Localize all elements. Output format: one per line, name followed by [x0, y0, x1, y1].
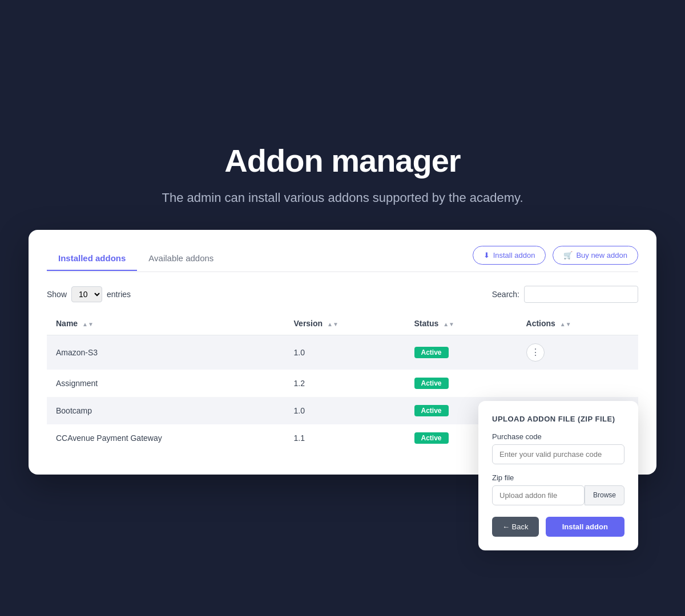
purchase-code-group: Purchase code — [492, 432, 624, 464]
table-row: Assignment1.2Active — [47, 370, 638, 397]
table-row: Amazon-S31.0Active⋮ — [47, 335, 638, 370]
purchase-code-input[interactable] — [492, 444, 624, 464]
cell-status: Active — [405, 335, 517, 370]
download-icon: ⬇ — [483, 251, 490, 260]
back-button[interactable]: ← Back — [492, 517, 539, 537]
status-badge: Active — [414, 432, 449, 444]
cell-version: 1.2 — [285, 370, 405, 397]
tab-installed-addons[interactable]: Installed addons — [47, 246, 137, 271]
sort-icon-version: ▲▼ — [327, 321, 339, 327]
col-actions: Actions ▲▼ — [517, 312, 638, 335]
status-badge: Active — [414, 378, 449, 389]
modal-actions: ← Back Install addon — [492, 517, 624, 537]
cell-version: 1.0 — [285, 397, 405, 424]
cart-icon: 🛒 — [563, 251, 573, 260]
search-row: Search: — [492, 286, 638, 303]
browse-button[interactable]: Browse — [585, 485, 624, 505]
col-version: Version ▲▼ — [285, 312, 405, 335]
cell-actions — [517, 370, 638, 397]
col-status: Status ▲▼ — [405, 312, 517, 335]
file-input-row: Browse — [492, 485, 624, 505]
tab-actions: ⬇ Install addon 🛒 Buy new addon — [473, 246, 638, 271]
table-controls: Show 10 25 50 entries Search: — [47, 286, 638, 303]
modal-title: UPLOAD ADDON FILE (ZIP FILE) — [492, 415, 624, 423]
sort-icon-name: ▲▼ — [82, 321, 94, 327]
modal-install-button[interactable]: Install addon — [546, 517, 624, 537]
tab-available-addons[interactable]: Available addons — [137, 246, 225, 271]
main-card: Installed addons Available addons ⬇ Inst… — [29, 230, 656, 475]
search-input[interactable] — [524, 286, 638, 303]
col-name: Name ▲▼ — [47, 312, 285, 335]
page-title: Addon manager — [162, 142, 523, 179]
sort-icon-status: ▲▼ — [443, 321, 454, 327]
cell-name: CCAvenue Payment Gateway — [47, 424, 285, 452]
show-entries: Show 10 25 50 entries — [47, 286, 131, 302]
status-badge: Active — [414, 405, 449, 416]
action-menu-button[interactable]: ⋮ — [526, 343, 545, 362]
zip-file-input[interactable] — [492, 485, 585, 505]
table-header-row: Name ▲▼ Version ▲▼ Status ▲▼ Actions ▲▼ — [47, 312, 638, 335]
cell-status: Active — [405, 370, 517, 397]
page-subtitle: The admin can install various addons sup… — [162, 188, 523, 207]
tab-list: Installed addons Available addons — [47, 246, 225, 270]
cell-name: Bootcamp — [47, 397, 285, 424]
cell-name: Assignment — [47, 370, 285, 397]
upload-modal: UPLOAD ADDON FILE (ZIP FILE) Purchase co… — [478, 401, 638, 550]
entries-select[interactable]: 10 25 50 — [71, 286, 102, 302]
install-addon-button[interactable]: ⬇ Install addon — [473, 246, 546, 265]
zip-file-group: Zip file Browse — [492, 473, 624, 505]
cell-version: 1.1 — [285, 424, 405, 452]
hero-section: Addon manager The admin can install vari… — [162, 142, 523, 207]
sort-icon-actions: ▲▼ — [560, 321, 571, 327]
tabs-row: Installed addons Available addons ⬇ Inst… — [47, 246, 638, 272]
cell-name: Amazon-S3 — [47, 335, 285, 370]
show-label: Show — [47, 290, 67, 299]
cell-version: 1.0 — [285, 335, 405, 370]
entries-label: entries — [107, 290, 131, 299]
zip-file-label: Zip file — [492, 473, 624, 482]
search-label: Search: — [492, 290, 519, 299]
status-badge: Active — [414, 347, 449, 358]
purchase-code-label: Purchase code — [492, 432, 624, 441]
cell-actions: ⋮ — [517, 335, 638, 370]
buy-addon-button[interactable]: 🛒 Buy new addon — [553, 246, 638, 265]
